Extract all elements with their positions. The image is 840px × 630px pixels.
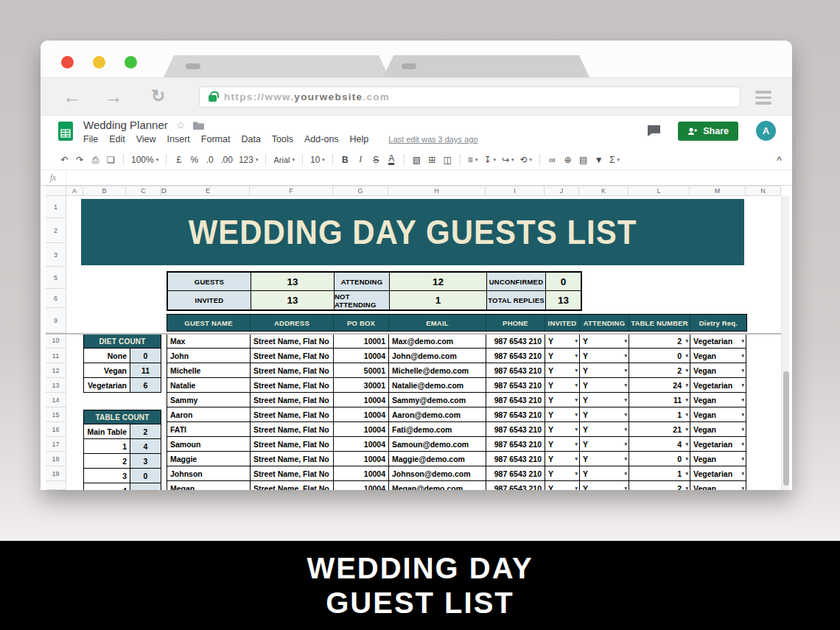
guest-cell[interactable]: 4▾ bbox=[629, 437, 690, 452]
toolbar-font-size-button[interactable]: 10▾ bbox=[307, 152, 328, 168]
summary-label-cell[interactable]: NOT ATTENDING bbox=[335, 291, 390, 309]
dropdown-arrow-icon[interactable]: ▾ bbox=[624, 412, 627, 418]
table-count-label-cell[interactable]: Main Table bbox=[83, 424, 130, 439]
account-avatar[interactable]: A bbox=[756, 121, 776, 141]
dropdown-arrow-icon[interactable]: ▾ bbox=[624, 427, 627, 433]
guest-cell[interactable]: Vegan▾ bbox=[690, 422, 746, 437]
toolbar-format-percent-button[interactable]: % bbox=[186, 152, 202, 168]
toolbar-vertical-align-button[interactable]: ↧▾ bbox=[480, 152, 499, 168]
column-header-F[interactable]: F bbox=[250, 186, 333, 195]
toolbar-format-currency-button[interactable]: £ bbox=[171, 152, 186, 168]
dropdown-arrow-icon[interactable]: ▾ bbox=[685, 486, 688, 491]
column-header-N[interactable]: N bbox=[746, 186, 781, 195]
guest-cell[interactable]: Street Name, Flat No bbox=[251, 393, 334, 407]
row-header-5[interactable]: 5 bbox=[46, 267, 66, 289]
row-header-18[interactable]: 18 bbox=[46, 452, 66, 466]
minimize-button[interactable] bbox=[93, 56, 105, 69]
row-header-9[interactable]: 9 bbox=[46, 308, 66, 333]
guest-cell[interactable]: 10004 bbox=[334, 466, 389, 481]
collapse-toolbar-button[interactable]: ^ bbox=[777, 155, 782, 165]
toolbar-text-color-button[interactable]: A bbox=[384, 152, 399, 168]
move-folder-icon[interactable] bbox=[193, 121, 204, 130]
guest-cell[interactable]: 2▾ bbox=[629, 481, 690, 490]
row-header-17[interactable]: 17 bbox=[46, 437, 66, 452]
diet-count-value-cell[interactable]: 6 bbox=[130, 378, 161, 393]
toolbar-redo-button[interactable]: ↷ bbox=[72, 152, 88, 168]
summary-label-cell[interactable]: UNCONFIRMED bbox=[487, 273, 546, 291]
guest-cell[interactable]: Natalie@demo.com bbox=[389, 378, 486, 393]
guest-cell[interactable]: Johnson@demo.com bbox=[389, 466, 486, 481]
column-header-I[interactable]: I bbox=[486, 186, 545, 195]
dropdown-arrow-icon[interactable]: ▾ bbox=[741, 338, 744, 344]
menu-insert[interactable]: Insert bbox=[167, 134, 190, 144]
guest-cell[interactable]: Y▾ bbox=[580, 407, 629, 422]
guest-cell[interactable]: Y▾ bbox=[580, 452, 629, 466]
column-header-K[interactable]: K bbox=[579, 186, 629, 195]
dropdown-arrow-icon[interactable]: ▾ bbox=[741, 486, 744, 491]
guest-cell[interactable]: Street Name, Flat No bbox=[251, 378, 334, 393]
column-header-M[interactable]: M bbox=[690, 186, 746, 195]
toolbar-zoom-button[interactable]: 100%▾ bbox=[128, 152, 161, 168]
guest-cell[interactable]: Y▾ bbox=[545, 378, 580, 393]
dropdown-arrow-icon[interactable]: ▾ bbox=[575, 486, 578, 491]
column-header-E[interactable]: E bbox=[167, 186, 250, 195]
dropdown-arrow-icon[interactable]: ▾ bbox=[685, 368, 688, 374]
forward-button[interactable]: → bbox=[104, 87, 123, 106]
summary-label-cell[interactable]: TOTAL REPLIES bbox=[487, 291, 546, 309]
guest-cell[interactable]: Y▾ bbox=[545, 334, 580, 349]
guest-col-po-box[interactable]: PO BOX bbox=[334, 315, 389, 331]
guest-cell[interactable]: Vegan▾ bbox=[690, 452, 746, 466]
guest-cell[interactable]: Aaron@demo.com bbox=[389, 407, 486, 422]
back-button[interactable]: ← bbox=[63, 87, 82, 106]
guest-cell[interactable]: Max@demo.com bbox=[389, 334, 486, 349]
dropdown-arrow-icon[interactable]: ▾ bbox=[575, 441, 578, 447]
guest-cell[interactable]: Vegan▾ bbox=[690, 363, 746, 378]
menu-file[interactable]: File bbox=[83, 134, 98, 144]
table-count-title[interactable]: TABLE COUNT bbox=[83, 410, 161, 424]
dropdown-arrow-icon[interactable]: ▾ bbox=[741, 441, 744, 447]
guest-cell[interactable]: Street Name, Flat No bbox=[251, 452, 334, 466]
guest-cell[interactable]: 10004 bbox=[334, 422, 389, 437]
guest-cell[interactable]: Y▾ bbox=[545, 407, 580, 422]
table-count-value-cell[interactable]: 4 bbox=[130, 439, 161, 454]
guest-cell[interactable]: Sammy bbox=[167, 393, 251, 407]
dropdown-arrow-icon[interactable]: ▾ bbox=[685, 397, 688, 403]
dropdown-arrow-icon[interactable]: ▾ bbox=[624, 353, 627, 359]
column-header-C[interactable]: C bbox=[126, 186, 161, 195]
guest-cell[interactable]: 50001 bbox=[334, 363, 389, 378]
menu-data[interactable]: Data bbox=[241, 134, 260, 144]
dropdown-arrow-icon[interactable]: ▾ bbox=[685, 353, 688, 359]
dropdown-arrow-icon[interactable]: ▾ bbox=[685, 471, 688, 477]
menu-help[interactable]: Help bbox=[350, 134, 369, 144]
row-header-10[interactable]: 10 bbox=[46, 333, 66, 349]
guest-cell[interactable]: Maggie bbox=[167, 452, 251, 466]
guest-col-email[interactable]: EMAIL bbox=[389, 315, 486, 331]
toolbar-filter-button[interactable]: ▼ bbox=[591, 152, 606, 168]
guest-col-dietry-req[interactable]: Dietry Req. bbox=[690, 315, 746, 331]
guest-cell[interactable]: Vegetarian▾ bbox=[690, 437, 746, 452]
guest-cell[interactable]: Street Name, Flat No bbox=[251, 437, 334, 452]
toolbar-italic-button[interactable]: I bbox=[353, 152, 368, 168]
toolbar-font-family-button[interactable]: Arial▾ bbox=[270, 152, 298, 168]
share-button[interactable]: Share bbox=[678, 122, 738, 141]
table-count-label-cell[interactable]: 2 bbox=[83, 454, 130, 469]
dropdown-arrow-icon[interactable]: ▾ bbox=[624, 441, 627, 447]
diet-count-value-cell[interactable]: 0 bbox=[130, 349, 161, 363]
toolbar-horizontal-align-button[interactable]: ≡▾ bbox=[465, 152, 481, 168]
guest-cell[interactable]: 10004 bbox=[334, 407, 389, 422]
guest-cell[interactable]: John@demo.com bbox=[389, 349, 486, 363]
dropdown-arrow-icon[interactable]: ▾ bbox=[741, 353, 744, 359]
dropdown-arrow-icon[interactable]: ▾ bbox=[575, 397, 578, 403]
summary-label-cell[interactable]: GUESTS bbox=[168, 273, 251, 291]
summary-value-cell[interactable]: 1 bbox=[390, 291, 487, 309]
column-header-B[interactable]: B bbox=[83, 186, 126, 195]
guest-cell[interactable]: 1▾ bbox=[629, 407, 690, 422]
dropdown-arrow-icon[interactable]: ▾ bbox=[575, 353, 578, 359]
table-count-value-cell[interactable]: 0 bbox=[130, 469, 161, 483]
guest-cell[interactable]: Street Name, Flat No bbox=[251, 349, 334, 363]
toolbar-borders-button[interactable]: ⊞ bbox=[424, 152, 440, 168]
diet-count-value-cell[interactable]: 11 bbox=[130, 363, 161, 378]
row-header-12[interactable]: 12 bbox=[46, 363, 66, 378]
guest-cell[interactable]: Street Name, Flat No bbox=[251, 363, 334, 378]
guest-cell[interactable]: Y▾ bbox=[580, 393, 629, 407]
